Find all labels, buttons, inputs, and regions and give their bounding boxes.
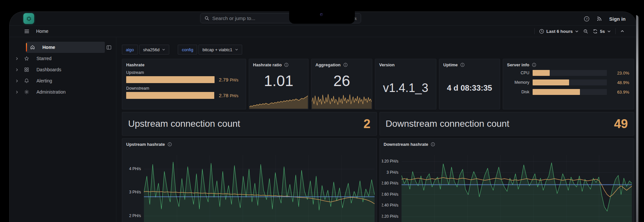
info-icon[interactable] xyxy=(431,142,435,146)
y-axis: 3.20 PH/s3 PH/s2.80 PH/s2.60 PH/s2.40 PH… xyxy=(382,155,402,222)
sidebar-item-starred[interactable]: Starred xyxy=(10,53,116,64)
help-icon[interactable]: ? xyxy=(584,16,589,22)
sidebar-item-home[interactable]: Home xyxy=(26,42,105,53)
gauge-value: 63.9% xyxy=(610,90,629,95)
hamburger-icon xyxy=(24,29,30,34)
server-metric-row: CPU 23.0% xyxy=(507,70,629,76)
variable-label-algo: algo xyxy=(122,45,138,55)
dashboards-grid-icon xyxy=(24,67,36,72)
y-axis-tick-label: 3.20 PH/s xyxy=(382,159,399,164)
search-placeholder: Search or jump to... xyxy=(212,15,255,21)
info-icon[interactable] xyxy=(284,63,288,67)
bar-gauge xyxy=(533,89,607,95)
panel-left-icon xyxy=(106,45,112,50)
panel-upstream-connection-count: Upstream connection count 2 xyxy=(122,112,377,136)
gauge-value: 2.78 PH/s xyxy=(219,93,242,98)
dock-menu-button[interactable] xyxy=(106,42,112,53)
stat-value: 26 xyxy=(311,70,372,92)
variable-label-config: config xyxy=(178,45,197,55)
variables-row: algo sha256d config bitcap + viabtc1 xyxy=(122,45,634,55)
gauge-value: 23.0% xyxy=(610,71,629,76)
clock-icon xyxy=(539,29,544,34)
gauge-label: Upstream xyxy=(126,70,242,75)
dashboard-content: algo sha256d config bitcap + viabtc1 xyxy=(116,37,637,222)
panel-uptime: Uptime 4 d 08:33:35 xyxy=(439,59,500,109)
panel-server-info: Server info CPU 23.0% xyxy=(503,59,634,109)
chevron-right-icon[interactable] xyxy=(10,68,24,72)
panel-title: Server info xyxy=(507,62,529,67)
panel-title: Uptime xyxy=(443,62,458,67)
time-series-plot[interactable] xyxy=(402,155,632,222)
y-axis-tick-label: 4 PH/s xyxy=(129,166,141,171)
y-axis-tick-label: 2 PH/s xyxy=(129,213,141,218)
panel-aggregation: Aggregation 26 xyxy=(311,59,372,109)
chevron-right-icon[interactable] xyxy=(10,57,24,60)
y-axis: 4 PH/s3 PH/s2 PH/s xyxy=(124,155,144,222)
y-axis-tick-label: 2.20 PH/s xyxy=(382,214,399,219)
panel-title: Version xyxy=(379,62,395,67)
variable-select-algo[interactable]: sha256d xyxy=(139,45,170,55)
nav-sidebar: Home Starred xyxy=(10,37,116,222)
panel-upstream-hashrate: Upstream hashrate 4 PH/s3 PH/s2 PH/s xyxy=(122,138,377,222)
sparkline xyxy=(249,93,308,109)
active-accent-bar xyxy=(26,43,27,52)
panel-title: Downstream connection count xyxy=(386,119,510,129)
breadcrumb[interactable]: Home xyxy=(36,29,48,34)
y-axis-tick-label: 2.40 PH/s xyxy=(382,203,399,208)
chip-icon xyxy=(26,16,32,22)
star-icon xyxy=(24,56,36,61)
stat-value: 2 xyxy=(363,117,370,131)
chevron-right-icon[interactable] xyxy=(10,90,24,94)
server-metric-row: Memory 48.9% xyxy=(507,79,629,85)
refresh-icon xyxy=(593,29,598,34)
panel-title: Upstream hashrate xyxy=(126,142,165,147)
gauge-value: 48.9% xyxy=(610,80,629,85)
news-rss-icon[interactable] xyxy=(597,16,602,21)
chevron-down-icon xyxy=(607,30,611,33)
panel-downstream-connection-count: Downstream connection count 49 xyxy=(380,112,634,136)
bar-gauge xyxy=(126,76,215,83)
stat-value: 49 xyxy=(614,117,628,131)
refresh-picker[interactable]: 5s xyxy=(593,29,611,34)
bar-gauge xyxy=(533,79,607,85)
panel-title: Hashrate xyxy=(126,62,145,67)
bar-gauge xyxy=(126,92,215,99)
svg-text:?: ? xyxy=(586,17,587,20)
laptop-mockup: Search or jump to... ⌘+k ? Sign in xyxy=(0,0,644,222)
info-icon[interactable] xyxy=(460,63,465,67)
gear-icon xyxy=(24,89,36,95)
panel-title: Hashrate ratio xyxy=(253,62,282,67)
gauge-value: 2.79 PH/s xyxy=(219,77,242,82)
server-metric-row: Disk 63.9% xyxy=(507,89,629,95)
sidebar-item-dashboards[interactable]: Dashboards xyxy=(10,64,116,75)
info-icon[interactable] xyxy=(168,142,172,146)
bell-icon xyxy=(24,78,36,83)
app-logo[interactable] xyxy=(23,13,34,24)
menu-toggle-button[interactable] xyxy=(24,29,30,34)
chevron-down-icon xyxy=(575,30,579,33)
zoom-out-icon xyxy=(583,29,588,34)
laptop-chassis-edge xyxy=(636,15,638,222)
info-icon[interactable] xyxy=(532,63,536,67)
time-range-picker[interactable]: Last 6 hours xyxy=(539,29,579,34)
webcam-icon xyxy=(320,13,323,16)
time-series-plot[interactable] xyxy=(144,155,375,222)
chevron-up-icon xyxy=(620,29,624,33)
chevron-down-icon xyxy=(235,48,238,51)
home-icon xyxy=(30,45,42,50)
stat-value: 4 d 08:33:35 xyxy=(439,70,500,106)
sparkline xyxy=(312,93,372,109)
panel-version: Version v1.4.1_3 xyxy=(375,59,436,109)
sidebar-item-administration[interactable]: Administration xyxy=(10,86,116,98)
sidebar-item-alerting[interactable]: Alerting xyxy=(10,75,116,86)
panel-hashrate: Hashrate Upstream 2.79 PH/s Downst xyxy=(122,59,246,109)
y-axis-tick-label: 2.80 PH/s xyxy=(382,181,399,186)
zoom-out-button[interactable] xyxy=(583,29,588,34)
chevron-right-icon[interactable] xyxy=(10,79,24,83)
variable-select-config[interactable]: bitcap + viabtc1 xyxy=(198,45,242,55)
divider xyxy=(615,28,616,34)
collapse-toolbar-button[interactable] xyxy=(620,29,624,33)
panel-title: Upstream connection count xyxy=(128,119,240,129)
info-icon[interactable] xyxy=(343,63,348,67)
sign-in-button[interactable]: Sign in xyxy=(609,16,626,22)
